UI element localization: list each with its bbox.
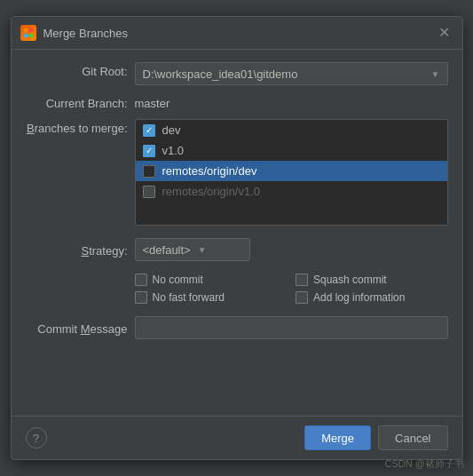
footer-buttons: Merge Cancel [304, 425, 447, 450]
branch-item-origin-v1[interactable]: remotes/origin/v1.0 [136, 181, 447, 202]
git-root-row: Git Root: D:\workspace_idea01\gitdemo ▼ [26, 62, 448, 85]
commit-message-input[interactable] [135, 316, 448, 339]
cancel-button[interactable]: Cancel [378, 425, 447, 450]
branches-list-container: dev v1.0 remotes/origin/dev [135, 119, 448, 226]
branches-list: dev v1.0 remotes/origin/dev [135, 119, 448, 226]
commit-message-label: Commit Message [26, 320, 128, 336]
option-add-log[interactable]: Add log information [296, 291, 448, 304]
watermark: CSDN @褚师子书 [385, 457, 464, 471]
branches-to-merge-label: Branches to merge: [26, 119, 128, 135]
add-log-label: Add log information [313, 291, 405, 304]
current-branch-label: Current Branch: [26, 94, 128, 110]
current-branch-value: master [135, 94, 170, 110]
branch-name-v1: v1.0 [162, 144, 185, 157]
branch-item-dev[interactable]: dev [136, 120, 447, 140]
svg-point-3 [28, 34, 33, 38]
svg-point-1 [28, 28, 33, 33]
option-no-commit[interactable]: No commit [135, 274, 288, 286]
merge-button[interactable]: Merge [304, 425, 371, 450]
git-root-dropdown[interactable]: D:\workspace_idea01\gitdemo ▼ [135, 62, 448, 85]
no-commit-label: No commit [153, 274, 203, 286]
strategy-label: Strategy: [26, 242, 128, 258]
svg-point-2 [23, 34, 28, 38]
strategy-row: Strategy: <default> ▼ [26, 238, 448, 261]
title-bar-left: Merge Branches [20, 25, 128, 41]
git-root-value: D:\workspace_idea01\gitdemo [143, 67, 298, 81]
branch-name-origin-v1: remotes/origin/v1.0 [162, 185, 261, 198]
options-grid: No commit Squash commit No fast forward … [135, 274, 448, 304]
git-root-label: Git Root: [26, 62, 128, 78]
branch-checkbox-origin-dev[interactable] [143, 165, 155, 178]
branch-checkbox-origin-v1[interactable] [143, 186, 155, 198]
branches-label-text: Branches to merge: [27, 122, 127, 135]
no-fast-forward-label: No fast forward [153, 291, 225, 304]
commit-message-row: Commit Message [26, 316, 448, 339]
squash-commit-checkbox[interactable] [296, 274, 308, 286]
git-root-dropdown-container: D:\workspace_idea01\gitdemo ▼ [135, 62, 448, 85]
branch-checkbox-dev[interactable] [143, 124, 155, 137]
strategy-value: <default> [143, 243, 191, 257]
app-icon [20, 25, 36, 41]
dialog-title: Merge Branches [43, 27, 128, 40]
option-no-fast-forward[interactable]: No fast forward [135, 291, 288, 304]
merge-branches-dialog: Merge Branches ✕ Git Root: D:\workspace_… [11, 16, 463, 460]
branch-checkbox-v1[interactable] [143, 145, 155, 157]
svg-point-0 [23, 28, 28, 33]
close-button[interactable]: ✕ [435, 24, 453, 42]
branch-name-dev: dev [162, 123, 181, 137]
branches-to-merge-section: Branches to merge: dev v1.0 [26, 119, 448, 226]
strategy-label-text: Strategy: [81, 244, 127, 258]
branch-name-origin-dev: remotes/origin/dev [162, 164, 257, 178]
commit-label-text: Commit Message [37, 322, 127, 336]
dialog-footer: ? Merge Cancel [12, 416, 462, 459]
dialog-content: Git Root: D:\workspace_idea01\gitdemo ▼ … [12, 50, 462, 416]
strategy-dropdown[interactable]: <default> ▼ [135, 238, 250, 261]
no-fast-forward-checkbox[interactable] [135, 291, 147, 304]
add-log-checkbox[interactable] [296, 291, 308, 304]
help-button[interactable]: ? [26, 427, 47, 448]
branch-item-v1[interactable]: v1.0 [136, 140, 447, 161]
branch-item-origin-dev[interactable]: remotes/origin/dev [136, 161, 447, 181]
strategy-arrow-icon: ▼ [198, 245, 207, 255]
current-branch-row: Current Branch: master [26, 94, 448, 110]
option-squash-commit[interactable]: Squash commit [296, 274, 448, 286]
no-commit-checkbox[interactable] [135, 274, 147, 286]
git-root-arrow-icon: ▼ [431, 69, 440, 79]
squash-commit-label: Squash commit [313, 274, 387, 286]
title-bar: Merge Branches ✕ [12, 17, 462, 50]
